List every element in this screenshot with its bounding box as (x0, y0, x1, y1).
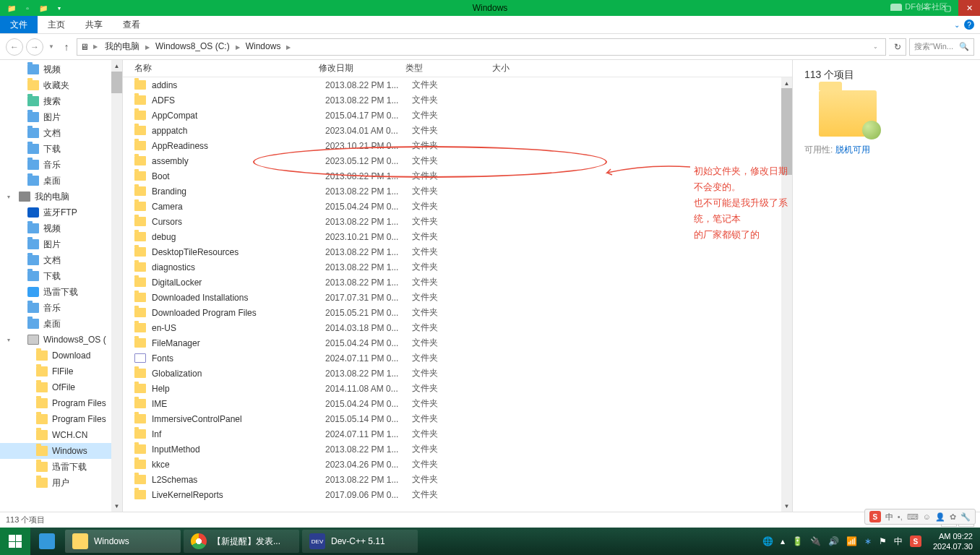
chevron-right-icon[interactable]: ▶ (142, 44, 152, 51)
scroll-up-icon[interactable]: ▲ (111, 60, 122, 72)
scroll-thumb[interactable] (781, 88, 792, 175)
sidebar-item[interactable]: 音乐 (0, 300, 122, 316)
scroll-thumb[interactable] (111, 72, 122, 93)
expand-icon[interactable]: ▾ (7, 337, 10, 343)
table-row[interactable]: assembly2023.05.12 PM 0...文件夹 (123, 153, 792, 168)
column-name[interactable]: 名称 (130, 62, 314, 74)
tray-network-icon[interactable]: 📶 (846, 536, 857, 546)
chevron-right-icon[interactable]: ▶ (90, 43, 100, 50)
column-date[interactable]: 修改日期 (314, 62, 401, 74)
ime-lang[interactable]: 中 (885, 512, 893, 522)
help-icon[interactable]: ? (964, 20, 974, 30)
ime-punct-icon[interactable]: •, (898, 512, 903, 521)
sidebar-item[interactable]: 视频 (0, 220, 122, 236)
table-row[interactable]: LiveKernelReports2017.09.06 PM 0...文件夹 (123, 487, 792, 502)
table-row[interactable]: FileManager2015.04.24 PM 0...文件夹 (123, 335, 792, 350)
table-row[interactable]: IME2015.04.24 PM 0...文件夹 (123, 396, 792, 411)
sidebar-item[interactable]: 下载 (0, 268, 122, 284)
table-row[interactable]: Cursors2013.08.22 PM 1...文件夹 (123, 214, 792, 229)
close-button[interactable]: ✕ (958, 0, 980, 16)
sidebar-item[interactable]: 文档 (0, 252, 122, 268)
sidebar-item[interactable]: 迅雷下载 (0, 459, 122, 475)
sidebar-item[interactable]: Program Files (0, 395, 122, 411)
address-dropdown-icon[interactable]: ⌄ (869, 43, 882, 50)
breadcrumb-part[interactable]: 我的电脑 (102, 40, 142, 53)
ribbon-tab[interactable]: 查看 (113, 17, 150, 33)
table-row[interactable]: addins2013.08.22 PM 1...文件夹 (123, 77, 792, 92)
up-button[interactable]: ↑ (59, 40, 74, 54)
tray-sogou-icon[interactable]: S (910, 535, 921, 547)
sidebar-item[interactable]: 用户 (0, 475, 122, 491)
start-button[interactable] (0, 528, 30, 555)
address-bar[interactable]: 🖥 ▶ 我的电脑▶Windows8_OS (C:)▶Windows▶ ⌄ (77, 38, 886, 56)
sidebar-item[interactable]: 下载 (0, 141, 122, 157)
ime-smile-icon[interactable]: ☺ (923, 512, 931, 521)
scroll-down-icon[interactable]: ▼ (111, 500, 122, 512)
file-tab[interactable]: 文件 (0, 16, 38, 33)
new-folder-icon[interactable]: 📁 (38, 2, 49, 14)
table-row[interactable]: Inf2024.07.11 PM 1...文件夹 (123, 426, 792, 442)
tray-clock[interactable]: AM 09:22 2024.07.30 (929, 531, 977, 551)
table-row[interactable]: diagnostics2013.08.22 PM 1...文件夹 (123, 259, 792, 275)
table-row[interactable]: debug2023.10.21 PM 0...文件夹 (123, 229, 792, 244)
minimize-button[interactable]: ─ (915, 0, 937, 16)
column-type[interactable]: 类型 (401, 62, 488, 74)
sidebar-item[interactable]: 迅雷下载 (0, 284, 122, 300)
tray-globe-icon[interactable]: 🌐 (762, 536, 773, 546)
table-row[interactable]: AppCompat2015.04.17 PM 0...文件夹 (123, 108, 792, 123)
table-row[interactable]: AppReadiness2023.10.21 PM 0...文件夹 (123, 138, 792, 153)
tray-bt-icon[interactable]: ∗ (864, 536, 872, 546)
table-row[interactable]: Camera2015.04.24 PM 0...文件夹 (123, 199, 792, 214)
sidebar-scrollbar[interactable]: ▲ ▼ (111, 60, 122, 512)
table-row[interactable]: L2Schemas2013.08.22 PM 1...文件夹 (123, 472, 792, 487)
table-row[interactable]: Fonts2024.07.11 PM 0...文件夹 (123, 350, 792, 366)
tray-battery-icon[interactable]: 🔋 (792, 536, 803, 546)
filelist-scrollbar[interactable]: ▲ ▼ (781, 77, 792, 512)
sogou-icon[interactable]: S (869, 511, 881, 522)
tray-power-icon[interactable]: 🔌 (810, 536, 821, 546)
table-row[interactable]: en-US2014.03.18 PM 0...文件夹 (123, 320, 792, 335)
tray-ime-icon[interactable]: 中 (894, 535, 903, 548)
scroll-up-icon[interactable]: ▲ (781, 77, 792, 89)
table-row[interactable]: Downloaded Program Files2015.05.21 PM 0.… (123, 305, 792, 320)
forward-button[interactable]: → (26, 38, 43, 56)
ime-toolbar[interactable]: S 中 •, ⌨ ☺ 👤 ✿ 🔧 (864, 509, 976, 525)
table-row[interactable]: Downloaded Installations2017.07.31 PM 0.… (123, 290, 792, 305)
qat-dropdown-icon[interactable]: ▼ (53, 2, 65, 14)
history-dropdown[interactable]: ▼ (46, 38, 56, 56)
sidebar-item[interactable]: Program Files (0, 411, 122, 427)
search-input[interactable]: 搜索"Win... 🔍 (909, 38, 974, 56)
taskbar-item[interactable]: DEVDev-C++ 5.11 (302, 530, 418, 553)
sidebar-item[interactable]: FlFile (0, 363, 122, 379)
chevron-right-icon[interactable]: ▶ (283, 44, 293, 51)
ribbon-tab[interactable]: 主页 (38, 17, 75, 33)
table-row[interactable]: apppatch2023.04.01 AM 0...文件夹 (123, 123, 792, 138)
ime-keyboard-icon[interactable]: ⌨ (907, 512, 919, 522)
taskbar-item[interactable]: Windows (65, 530, 181, 553)
table-row[interactable]: Globalization2013.08.22 PM 1...文件夹 (123, 366, 792, 381)
table-row[interactable]: InputMethod2013.08.22 PM 1...文件夹 (123, 442, 792, 457)
table-row[interactable]: Help2014.11.08 AM 0...文件夹 (123, 381, 792, 396)
table-row[interactable]: ADFS2013.08.22 PM 1...文件夹 (123, 92, 792, 108)
taskbar-item[interactable]: 【新提醒】发表... (184, 530, 299, 553)
ime-settings-icon[interactable]: ✿ (950, 512, 956, 522)
sidebar-item[interactable]: OfFile (0, 379, 122, 395)
sidebar-item[interactable]: WCH.CN (0, 427, 122, 443)
maximize-button[interactable]: ▢ (937, 0, 958, 16)
sidebar-item[interactable]: 收藏夹 (0, 77, 122, 93)
sidebar-item[interactable]: 音乐 (0, 157, 122, 173)
ribbon-tab[interactable]: 共享 (75, 17, 113, 33)
column-size[interactable]: 大小 (488, 62, 546, 74)
tray-flag-icon[interactable]: ⚑ (879, 536, 887, 546)
taskbar-pinned-app[interactable] (32, 530, 62, 553)
table-row[interactable]: Branding2013.08.22 PM 1...文件夹 (123, 184, 792, 199)
ribbon-collapse-icon[interactable]: ⌄ (954, 21, 960, 29)
properties-icon[interactable]: ▫ (22, 2, 33, 14)
sidebar-item[interactable]: 视频 (0, 61, 122, 77)
sidebar-item[interactable]: Windows (0, 443, 122, 459)
sidebar-item[interactable]: 搜索 (0, 93, 122, 109)
chevron-right-icon[interactable]: ▶ (233, 44, 243, 51)
sidebar-item[interactable]: Download (0, 348, 122, 363)
sidebar-item[interactable]: 桌面 (0, 316, 122, 332)
sidebar-item[interactable]: ▾Windows8_OS ( (0, 332, 122, 348)
